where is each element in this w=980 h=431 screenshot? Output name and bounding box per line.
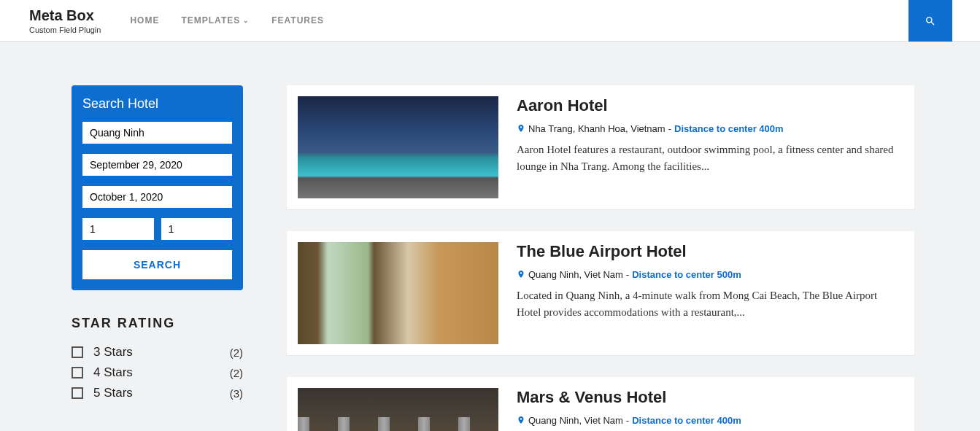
chevron-down-icon: ⌄ [243, 17, 250, 24]
hotel-description: Aaron Hotel features a restaurant, outdo… [517, 141, 903, 174]
search-panel: Search Hotel SEARCH [72, 85, 243, 290]
hotel-name: Mars & Venus Hotel [517, 388, 903, 407]
pin-icon [517, 268, 525, 280]
hotel-location-row: Quang Ninh, Viet Nam - Distance to cente… [517, 268, 903, 280]
hotel-card[interactable]: The Blue Airport Hotel Quang Ninh, Viet … [287, 231, 914, 355]
filter-4-stars[interactable]: 4 Stars (2) [72, 362, 243, 383]
hotel-description: Located in Quang Ninh, a 4-minute walk f… [517, 287, 903, 320]
pin-icon [517, 414, 525, 426]
sidebar: Search Hotel SEARCH STAR RATING 3 Stars … [72, 85, 243, 431]
location-input[interactable] [82, 122, 232, 144]
hotel-image [298, 96, 498, 198]
nav-home[interactable]: HOME [130, 15, 159, 26]
star-rating-title: STAR RATING [72, 316, 243, 331]
hotel-distance-link[interactable]: Distance to center 500m [632, 269, 741, 280]
brand[interactable]: Meta Box Custom Field Plugin [29, 7, 101, 34]
guests-input-2[interactable] [161, 218, 233, 240]
nav-features[interactable]: FEATURES [271, 15, 324, 26]
search-panel-title: Search Hotel [82, 96, 232, 112]
hotel-name: Aaron Hotel [517, 96, 903, 115]
main-nav: HOME TEMPLATES⌄ FEATURES [130, 15, 324, 26]
hotel-image [298, 388, 498, 431]
checkout-input[interactable] [82, 186, 232, 208]
checkbox-icon [72, 367, 83, 378]
brand-title: Meta Box [29, 7, 101, 24]
hotel-location-row: Quang Ninh, Viet Nam - Distance to cente… [517, 414, 903, 426]
filter-3-stars[interactable]: 3 Stars (2) [72, 342, 243, 362]
search-submit-button[interactable]: SEARCH [82, 250, 232, 279]
hotel-distance-link[interactable]: Distance to center 400m [632, 415, 741, 426]
hotel-distance-link[interactable]: Distance to center 400m [674, 123, 784, 134]
hotel-card[interactable]: Aaron Hotel Nha Trang, Khanh Hoa, Vietna… [287, 85, 914, 209]
checkin-input[interactable] [82, 154, 232, 176]
guests-input-1[interactable] [82, 218, 154, 240]
hotel-card[interactable]: Mars & Venus Hotel Quang Ninh, Viet Nam … [287, 377, 914, 431]
checkbox-icon [72, 387, 83, 399]
header-search-button[interactable] [908, 0, 952, 42]
hotel-image [298, 242, 498, 344]
brand-subtitle: Custom Field Plugin [29, 26, 101, 34]
nav-templates[interactable]: TEMPLATES⌄ [181, 15, 250, 26]
hotel-name: The Blue Airport Hotel [517, 242, 903, 261]
checkbox-icon [72, 346, 83, 358]
pin-icon [517, 123, 525, 134]
search-icon [925, 15, 936, 27]
top-header: Meta Box Custom Field Plugin HOME TEMPLA… [0, 0, 980, 42]
results-list: Aaron Hotel Nha Trang, Khanh Hoa, Vietna… [287, 85, 914, 431]
hotel-location-row: Nha Trang, Khanh Hoa, Vietnam - Distance… [517, 123, 903, 134]
filter-5-stars[interactable]: 5 Stars (3) [72, 383, 243, 403]
